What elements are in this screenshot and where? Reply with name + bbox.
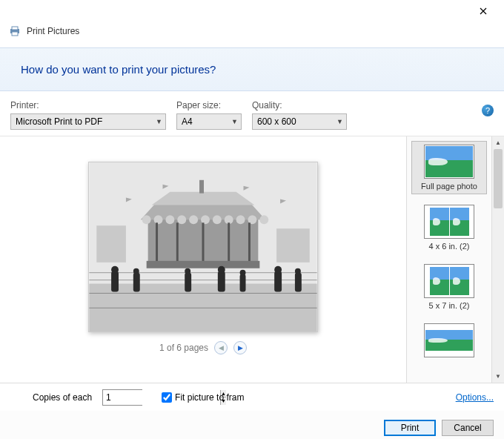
svg-rect-2 — [12, 32, 18, 36]
svg-rect-36 — [185, 273, 191, 292]
fit-picture-label: Fit picture to fram — [175, 392, 244, 403]
quality-select[interactable]: 600 x 600 ▼ — [252, 113, 347, 130]
quality-value: 600 x 600 — [257, 116, 296, 127]
layout-label: 4 x 6 in. (2) — [414, 242, 484, 251]
chevron-down-icon: ▼ — [231, 118, 238, 125]
fit-picture-checkbox[interactable] — [162, 392, 172, 403]
quality-label: Quality: — [252, 100, 347, 110]
options-link[interactable]: Options... — [456, 392, 494, 403]
next-page-button[interactable]: ▶ — [233, 341, 247, 354]
chevron-down-icon: ▼ — [336, 118, 343, 125]
layout-option-4x6[interactable]: 4 x 6 in. (2) — [411, 202, 487, 254]
printer-label: Printer: — [10, 100, 166, 110]
svg-point-33 — [111, 266, 119, 274]
svg-rect-34 — [133, 273, 140, 292]
page-indicator: 1 of 6 pages — [159, 343, 208, 353]
preview-image — [88, 162, 318, 332]
svg-point-43 — [274, 266, 282, 274]
window-close-button[interactable] — [468, 1, 498, 22]
svg-point-15 — [189, 215, 198, 224]
svg-point-14 — [177, 215, 186, 224]
svg-rect-44 — [295, 273, 302, 292]
paper-size-label: Paper size: — [176, 100, 242, 110]
svg-point-21 — [259, 215, 268, 224]
layout-thumb-icon — [424, 205, 474, 239]
svg-rect-29 — [276, 228, 310, 263]
svg-rect-28 — [96, 225, 126, 263]
cancel-button[interactable]: Cancel — [442, 420, 494, 436]
svg-rect-1 — [12, 27, 18, 30]
svg-rect-4 — [89, 284, 316, 331]
print-button[interactable]: Print — [384, 420, 436, 436]
scroll-down-button[interactable]: ▼ — [492, 370, 504, 383]
svg-point-12 — [154, 215, 163, 224]
help-icon[interactable]: ? — [482, 105, 494, 116]
prev-page-button[interactable]: ◀ — [214, 341, 228, 354]
layout-scrollbar[interactable]: ▲ ▼ — [491, 136, 504, 383]
layout-list: Full page photo 4 x 6 in. (2) 5 x 7 in. … — [406, 136, 504, 383]
svg-point-39 — [218, 266, 225, 274]
svg-point-41 — [240, 270, 246, 276]
question-heading: How do you want to print your pictures? — [0, 47, 504, 91]
layout-label: Full page photo — [415, 182, 483, 191]
layout-thumb-icon — [424, 323, 474, 357]
printer-select[interactable]: Microsoft Print to PDF ▼ — [10, 113, 166, 130]
paper-size-value: A4 — [182, 116, 193, 127]
layout-option-5x7[interactable]: 5 x 7 in. (2) — [411, 261, 487, 313]
svg-point-45 — [295, 268, 301, 274]
scroll-up-button[interactable]: ▲ — [492, 136, 504, 149]
copies-label: Copies of each — [33, 392, 92, 403]
svg-point-17 — [213, 215, 222, 224]
svg-point-13 — [165, 215, 174, 224]
chevron-down-icon: ▼ — [156, 118, 162, 125]
layout-thumb-icon — [424, 264, 474, 298]
scrollbar-thumb[interactable] — [494, 149, 503, 208]
svg-rect-42 — [274, 271, 282, 292]
svg-point-35 — [133, 268, 139, 274]
svg-rect-32 — [111, 271, 119, 292]
layout-option-next[interactable] — [411, 320, 487, 363]
svg-rect-10 — [199, 180, 204, 194]
svg-point-11 — [142, 215, 151, 224]
svg-point-37 — [185, 268, 190, 274]
printer-icon — [9, 25, 21, 37]
copies-spinner[interactable]: ▲ ▼ — [102, 389, 142, 406]
printer-value: Microsoft Print to PDF — [16, 116, 102, 127]
layout-label: 5 x 7 in. (2) — [414, 301, 484, 310]
svg-rect-40 — [240, 274, 246, 292]
layout-option-full-page[interactable]: Full page photo — [411, 141, 487, 194]
layout-thumb-icon — [424, 145, 474, 179]
preview-pane: 1 of 6 pages ◀ ▶ — [0, 136, 406, 383]
svg-point-19 — [236, 215, 245, 224]
svg-rect-27 — [147, 261, 260, 268]
paper-size-select[interactable]: A4 ▼ — [176, 113, 242, 130]
svg-rect-38 — [218, 271, 225, 292]
window-title: Print Pictures — [27, 26, 79, 36]
